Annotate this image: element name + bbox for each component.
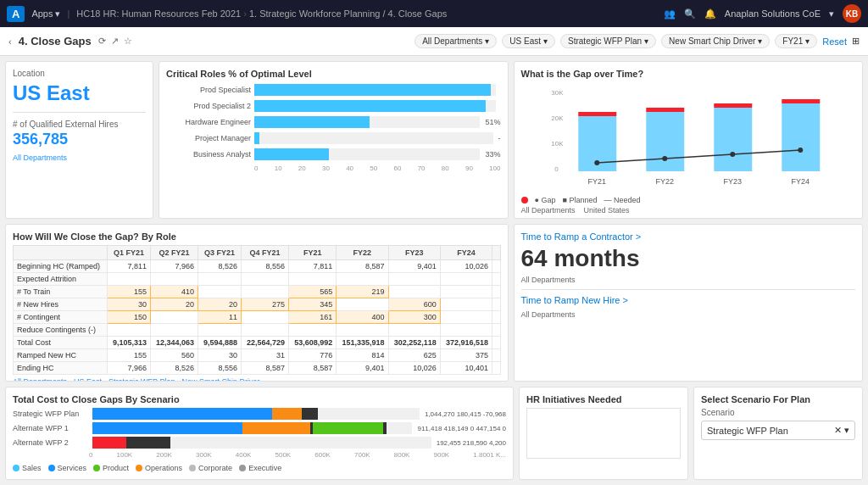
app-logo: A — [7, 6, 25, 22]
apps-button[interactable]: Apps ▾ — [31, 8, 60, 20]
cell: 302,252,118 — [388, 337, 440, 349]
col-header-q4: Q4 FY21 — [242, 246, 289, 260]
cell: 10,026 — [388, 362, 440, 375]
row-label: Total Cost — [14, 337, 108, 349]
gap-footer: All Departments United States — [521, 206, 856, 215]
cell: 8,587 — [242, 362, 289, 375]
cell — [198, 286, 242, 298]
cell[interactable]: 275 — [242, 298, 289, 311]
scenario-row: Alternate WFP 1 911,418 418,149 0 447,15… — [13, 422, 506, 434]
axis-numbers: 0102030405060708090100 — [166, 164, 501, 172]
bottom-row: Total Cost to Close Gaps By Scenario Str… — [5, 387, 863, 480]
users-icon[interactable]: 👥 — [664, 8, 676, 20]
bar-label: Prod Specialist — [166, 86, 251, 94]
scenario-name: Alternate WFP 1 — [13, 424, 89, 432]
cell — [388, 273, 440, 286]
cell: 7,966 — [151, 260, 198, 273]
select-scenario-card: Select Scenario For Plan Scenario Strate… — [693, 387, 863, 480]
row-label: Expected Attrition — [14, 273, 108, 286]
cell[interactable]: 11 — [198, 311, 242, 324]
region-filter[interactable]: US East▾ — [502, 34, 555, 48]
scenario-values: 911,418 418,149 0 447,154 0 — [417, 425, 506, 432]
cell[interactable]: 345 — [289, 298, 337, 311]
cell[interactable]: 161 — [289, 311, 337, 324]
reset-button[interactable]: Reset — [822, 36, 847, 47]
back-icon[interactable]: ‹ — [8, 36, 12, 47]
cell — [388, 286, 440, 298]
scenario-track — [92, 408, 420, 420]
cell[interactable]: 300 — [388, 311, 440, 324]
svg-text:FY21: FY21 — [587, 177, 606, 186]
cell[interactable]: 600 — [388, 298, 440, 311]
scenario-values: 192,455 218,590 4,200 — [437, 439, 506, 447]
location-label: Location — [13, 69, 146, 78]
sync-icon[interactable]: ⟳ — [98, 36, 106, 47]
cell[interactable]: 20 — [198, 298, 242, 311]
main-content: Location US East # of Qualified External… — [0, 56, 868, 485]
cell: 7,966 — [108, 362, 151, 375]
cell: 776 — [289, 349, 337, 362]
cell[interactable]: 20 — [151, 298, 198, 311]
scenario-row: Alternate WFP 2 192,455 218,590 4,200 — [13, 437, 506, 449]
cell: 8,526 — [151, 362, 198, 375]
wfp-filter[interactable]: Strategic WFP Plan▾ — [560, 34, 656, 48]
bar-pct: 51% — [485, 118, 500, 126]
cell[interactable]: 400 — [337, 311, 388, 324]
contractor-ramp-link[interactable]: Time to Ramp a Contractor > — [521, 231, 856, 242]
year-filter[interactable]: FY21▾ — [775, 34, 817, 48]
expand-icon[interactable]: ⊞ — [852, 36, 860, 47]
svg-point-16 — [594, 160, 599, 165]
cell[interactable]: 30 — [108, 298, 151, 311]
bell-icon[interactable]: 🔔 — [704, 8, 716, 20]
cell[interactable]: 219 — [337, 286, 388, 298]
cell — [289, 324, 337, 337]
select-scenario-title: Select Scenario For Plan — [701, 394, 855, 404]
hire-ramp-link[interactable]: Time to Ramp New Hire > — [521, 295, 856, 305]
bar-pct: 33% — [485, 150, 500, 159]
bar-fill — [254, 100, 486, 112]
legend-item: Corporate — [189, 464, 232, 472]
table-row: Beginning HC (Ramped)7,8117,9668,5268,55… — [14, 260, 501, 273]
scenario-axis: 0100K200K300K400K500K600K700K800K900K1.8… — [13, 451, 506, 460]
cell: 53,608,992 — [289, 337, 337, 349]
dept-filter[interactable]: All Departments▾ — [415, 34, 497, 48]
cell[interactable]: 150 — [108, 311, 151, 324]
scenario-row: Strategic WFP Plan 1,044,270 180,415 -70… — [13, 408, 506, 420]
col-header-fy21: FY21 — [289, 246, 337, 260]
scenario-bar — [126, 437, 164, 449]
total-cost-title: Total Cost to Close Gaps By Scenario — [13, 394, 506, 404]
row-label: Ramped New HC — [14, 349, 108, 362]
row-label: # To Train — [14, 286, 108, 298]
cell: 155 — [108, 349, 151, 362]
location-value: US East — [13, 81, 146, 105]
scenario-bar — [92, 437, 126, 449]
total-cost-card: Total Cost to Close Gaps By Scenario Str… — [5, 387, 514, 480]
legend-item: Sales — [13, 464, 42, 472]
legend-label: Executive — [248, 464, 281, 472]
scenario-bar — [92, 408, 272, 420]
cell: 10,401 — [440, 362, 492, 375]
cell[interactable]: 410 — [151, 286, 198, 298]
cell: 7,811 — [108, 260, 151, 273]
table-footer: All Departments US East Strategic WFP Pl… — [13, 377, 501, 382]
cell[interactable]: 155 — [108, 286, 151, 298]
row-label: Ending HC — [14, 362, 108, 375]
scenario-bar — [313, 422, 383, 434]
cell — [337, 273, 388, 286]
hire-dept: All Departments — [521, 310, 856, 319]
search-icon[interactable]: 🔍 — [684, 8, 696, 20]
cell — [151, 273, 198, 286]
svg-rect-14 — [782, 99, 820, 103]
cell[interactable]: 565 — [289, 286, 337, 298]
share-icon[interactable]: ↗ — [111, 36, 119, 47]
scenario-chart: Strategic WFP Plan 1,044,270 180,415 -70… — [13, 408, 506, 449]
legend-dot — [239, 465, 246, 471]
critical-roles-title: Critical Roles % of Optimal Level — [166, 69, 501, 79]
row-label: Reduce Contingents (-) — [14, 324, 108, 337]
bar-fill — [254, 148, 329, 160]
hr-initiatives-input[interactable] — [526, 408, 681, 459]
scenario-dropdown[interactable]: Strategic WFP Plan ✕ ▾ — [701, 421, 855, 440]
driver-filter[interactable]: New Smart Chip Driver▾ — [661, 34, 770, 48]
star-icon[interactable]: ☆ — [124, 36, 132, 47]
user-avatar[interactable]: KB — [843, 4, 861, 23]
